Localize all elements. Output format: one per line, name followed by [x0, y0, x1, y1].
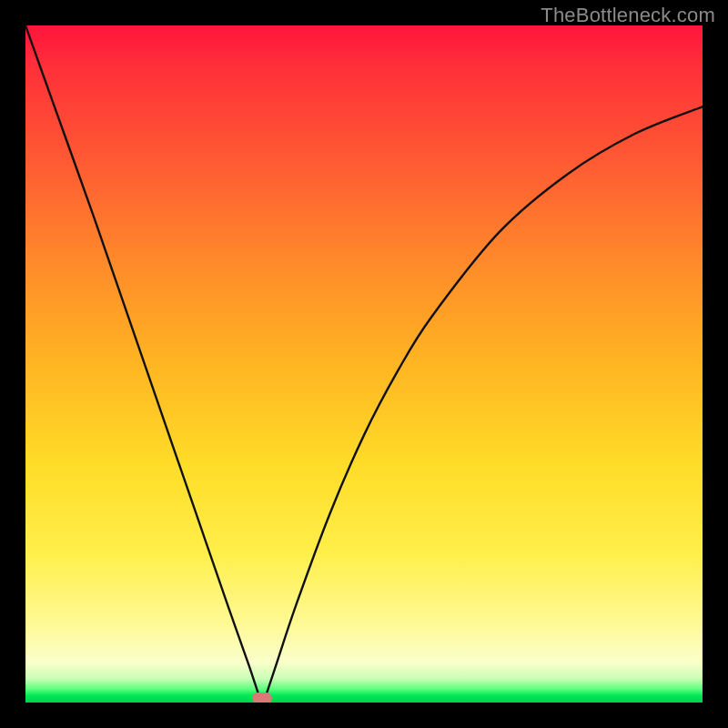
plot-area: [25, 25, 703, 703]
watermark-label: TheBottleneck.com: [541, 4, 715, 27]
optimal-marker: [252, 693, 272, 703]
outer-frame: TheBottleneck.com: [0, 0, 728, 728]
bottleneck-curve: [25, 25, 703, 703]
